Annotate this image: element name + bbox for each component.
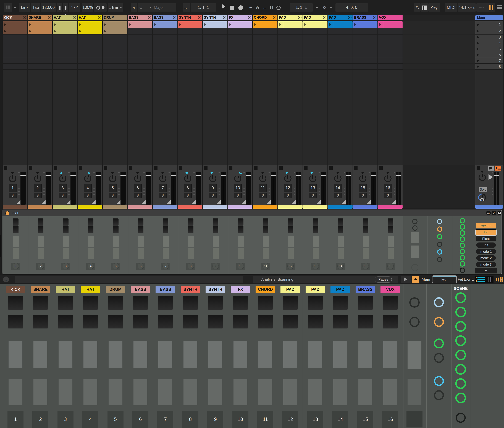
clip-slot-empty[interactable] (78, 58, 102, 63)
track-header[interactable]: BRASS (353, 15, 377, 20)
device-pad[interactable] (188, 226, 194, 233)
device-slider[interactable] (13, 248, 19, 259)
clip-play-icon[interactable] (179, 23, 181, 26)
groove-menu[interactable]: 1 Bar (108, 3, 123, 12)
device-pad[interactable] (138, 218, 143, 226)
clip-slot-empty[interactable] (353, 52, 377, 58)
full-slider[interactable] (158, 379, 172, 405)
device-pad[interactable] (88, 218, 93, 226)
clip-slot-filled[interactable] (253, 21, 277, 28)
clip-slot-filled[interactable] (128, 21, 152, 28)
device-pad[interactable] (213, 226, 218, 233)
fader-grip[interactable] (396, 175, 401, 176)
full-pad[interactable] (258, 296, 273, 310)
full-number-box[interactable]: 11 (257, 411, 273, 428)
fader-grip[interactable] (195, 175, 201, 176)
device-window-icon[interactable]: ▭ (486, 211, 491, 215)
clip-slot-empty[interactable] (303, 41, 327, 46)
clip-slot-empty[interactable] (328, 28, 353, 34)
device-slider[interactable] (63, 236, 69, 247)
clip-slot-empty[interactable] (153, 46, 178, 52)
full-slider[interactable] (234, 341, 247, 368)
device-slider[interactable] (411, 232, 419, 243)
key-map-button[interactable]: Key (428, 3, 440, 12)
pan-knob[interactable] (184, 174, 192, 183)
clip-slot-empty[interactable] (203, 58, 228, 63)
full-pad[interactable] (233, 296, 248, 310)
computer-midi-keyboard-icon[interactable] (421, 3, 428, 12)
track-header[interactable]: SYNTH (178, 15, 202, 20)
clip-slot-empty[interactable] (3, 34, 27, 40)
solo-button[interactable]: S (159, 193, 167, 198)
layout-dropdown-icon[interactable] (13, 3, 17, 12)
full-number-box[interactable]: 5 (107, 411, 123, 428)
clip-slot-empty[interactable] (53, 34, 77, 40)
clip-slot-empty[interactable] (278, 52, 302, 58)
device-slider[interactable] (88, 248, 94, 259)
back-to-arrangement-button[interactable] (488, 165, 494, 171)
scene-play-icon[interactable] (477, 36, 479, 39)
full-slider[interactable] (133, 379, 147, 405)
full-number-box[interactable]: 15 (358, 411, 374, 428)
clip-slot-empty[interactable] (353, 58, 377, 63)
device-slider[interactable] (263, 236, 269, 247)
clip-slot-empty[interactable] (28, 46, 52, 52)
clip-play-icon[interactable] (354, 23, 357, 26)
scale-menu[interactable]: Major (152, 3, 176, 12)
clip-slot-filled[interactable] (178, 21, 202, 28)
clip-slot-filled[interactable] (328, 21, 353, 28)
device-pad[interactable] (138, 226, 143, 233)
device-slider[interactable] (238, 236, 244, 247)
stop-button[interactable] (228, 3, 236, 12)
clip-slot-empty[interactable] (28, 58, 52, 63)
solo-button[interactable]: S (309, 193, 317, 198)
clip-slot-empty[interactable] (53, 46, 77, 52)
device-pad[interactable] (113, 218, 119, 226)
full-number-box[interactable]: 2 (33, 411, 49, 428)
full-pad[interactable] (383, 315, 398, 329)
full-slider[interactable] (358, 379, 372, 405)
fader-grip[interactable] (171, 175, 176, 176)
track-header[interactable]: SYNTH (203, 15, 228, 20)
device-hot-swap-icon[interactable]: ⟳ (492, 211, 496, 215)
new-midi-button[interactable]: + (248, 3, 254, 12)
full-number-box[interactable]: 6 (132, 411, 148, 428)
device-pad[interactable] (288, 218, 293, 226)
clip-slot-empty[interactable] (178, 64, 202, 69)
clip-stop-button[interactable] (354, 166, 358, 170)
full-slider[interactable] (208, 379, 222, 405)
clip-play-icon[interactable] (329, 23, 332, 26)
device-number-button[interactable]: 9 (212, 263, 219, 269)
clip-play-icon[interactable] (29, 30, 31, 33)
track-number-button[interactable]: 1 (9, 184, 16, 192)
full-pad[interactable] (383, 296, 398, 310)
fader-grip[interactable] (296, 175, 301, 176)
device-led[interactable] (412, 225, 417, 231)
clip-slot-empty[interactable] (278, 46, 302, 52)
track-header[interactable]: PAD (303, 15, 327, 20)
main-pan-knob[interactable] (478, 173, 486, 181)
track-dropdown-icon[interactable] (273, 16, 276, 19)
full-slider[interactable] (407, 379, 422, 405)
device-slider[interactable] (363, 248, 369, 259)
device-button-mode-3[interactable]: mode 3 (476, 262, 496, 267)
device-scene-led-green[interactable] (460, 249, 465, 254)
clip-slot-empty[interactable] (378, 41, 403, 46)
capture-midi-icon[interactable]: ⌈⌋ (268, 3, 275, 12)
clip-slot-empty[interactable] (378, 34, 403, 40)
fader-grip[interactable] (71, 175, 76, 176)
device-number-button[interactable]: 1 (13, 263, 19, 269)
clip-slot-filled[interactable] (228, 21, 252, 28)
device-number-button[interactable]: 5 (113, 263, 119, 269)
full-scene-led-green[interactable] (455, 378, 466, 389)
clip-play-icon[interactable] (279, 23, 282, 26)
clip-stop-button[interactable] (154, 166, 157, 170)
scene-play-icon[interactable] (477, 65, 479, 68)
clip-play-icon[interactable] (304, 23, 307, 26)
device-led-green[interactable] (437, 234, 442, 239)
device-slider[interactable] (388, 248, 394, 259)
clip-slot-empty[interactable] (378, 46, 403, 52)
track-number-button[interactable]: 15 (359, 184, 367, 192)
device-button-Float[interactable]: Float (476, 236, 496, 241)
fader-grip[interactable] (346, 175, 351, 176)
